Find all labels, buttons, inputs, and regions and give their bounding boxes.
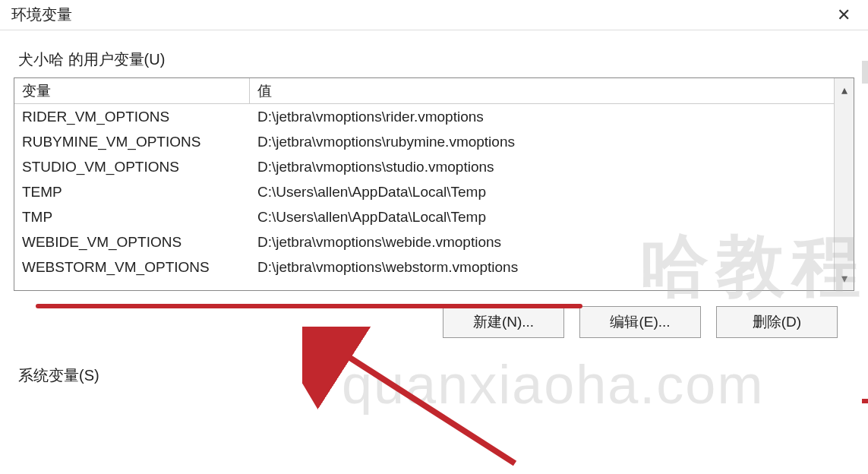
cell-variable: TMP [14,209,250,226]
cell-value: C:\Users\allen\AppData\Local\Temp [250,209,854,226]
cell-variable: RIDER_VM_OPTIONS [14,109,250,125]
scrollbar[interactable]: ▴ ▾ [834,78,854,290]
decoration [862,61,868,84]
window-title: 环境变量 [11,5,72,25]
cell-value: C:\Users\allen\AppData\Local\Temp [250,184,854,201]
annotation-underline [36,304,582,308]
user-vars-label: 犬小哈 的用户变量(U) [18,49,854,70]
cell-variable: STUDIO_VM_OPTIONS [14,159,250,175]
table-row[interactable]: STUDIO_VM_OPTIONSD:\jetbra\vmoptions\stu… [14,154,854,179]
cell-value: D:\jetbra\vmoptions\rubymine.vmoptions [250,134,854,150]
table-row[interactable]: TEMPC:\Users\allen\AppData\Local\Temp [14,179,854,204]
scroll-down-icon[interactable]: ▾ [841,271,847,286]
delete-button[interactable]: 删除(D) [716,306,838,338]
table-row[interactable]: RIDER_VM_OPTIONSD:\jetbra\vmoptions\ride… [14,104,854,129]
cell-value: D:\jetbra\vmoptions\webide.vmoptions [250,234,854,251]
table-row[interactable]: WEBIDE_VM_OPTIONSD:\jetbra\vmoptions\web… [14,229,854,254]
decoration [862,399,868,403]
list-header: 变量 值 [14,78,854,104]
close-icon[interactable]: ✕ [831,2,857,28]
system-vars-label: 系统变量(S) [18,365,854,386]
cell-variable: WEBSTORM_VM_OPTIONS [14,259,250,276]
edit-button[interactable]: 编辑(E)... [579,306,701,338]
header-variable[interactable]: 变量 [14,78,250,103]
button-row: 新建(N)... 编辑(E)... 删除(D) [14,306,854,338]
cell-value: D:\jetbra\vmoptions\studio.vmoptions [250,159,854,175]
table-row[interactable]: TMPC:\Users\allen\AppData\Local\Temp [14,204,854,229]
table-row[interactable]: WEBSTORM_VM_OPTIONSD:\jetbra\vmoptions\w… [14,254,854,280]
cell-value: D:\jetbra\vmoptions\webstorm.vmoptions [250,259,854,276]
cell-value: D:\jetbra\vmoptions\rider.vmoptions [250,109,854,125]
new-button[interactable]: 新建(N)... [443,306,564,338]
scroll-up-icon[interactable]: ▴ [841,83,847,97]
list-body: RIDER_VM_OPTIONSD:\jetbra\vmoptions\ride… [14,104,854,290]
header-value[interactable]: 值 [250,78,854,103]
cell-variable: RUBYMINE_VM_OPTIONS [14,134,250,150]
user-vars-list[interactable]: 变量 值 RIDER_VM_OPTIONSD:\jetbra\vmoptions… [14,77,854,291]
title-bar: 环境变量 ✕ [0,0,868,30]
cell-variable: WEBIDE_VM_OPTIONS [14,234,250,251]
cell-variable: TEMP [14,184,250,201]
table-row[interactable]: RUBYMINE_VM_OPTIONSD:\jetbra\vmoptions\r… [14,129,854,154]
content-area: 犬小哈 的用户变量(U) 变量 值 RIDER_VM_OPTIONSD:\jet… [0,30,868,386]
